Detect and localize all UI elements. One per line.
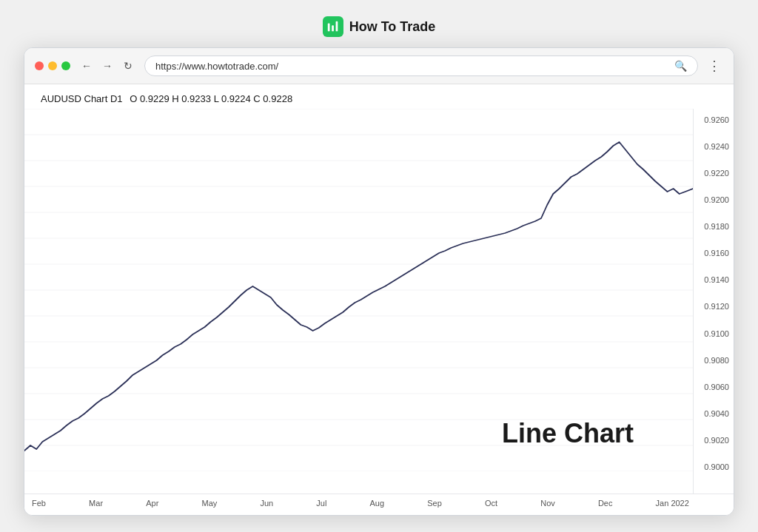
chart-title: AUDUSD Chart D1	[41, 93, 123, 104]
x-label-jul: Jul	[316, 499, 326, 508]
x-label-aug: Aug	[369, 499, 384, 508]
line-chart-svg	[24, 109, 693, 471]
y-label-3: 0.9220	[695, 169, 729, 178]
y-label-1: 0.9260	[695, 116, 729, 124]
y-label-11: 0.9060	[695, 383, 729, 391]
traffic-light-red[interactable]	[35, 61, 44, 70]
traffic-light-yellow[interactable]	[48, 61, 57, 70]
x-label-jun: Jun	[260, 499, 273, 508]
browser-chrome: ← → ↻ https://www.howtotrade.com/ 🔍 ⋮	[24, 48, 734, 84]
chart-container: AUDUSD Chart D1 O 0.9229 H 0.9233 L 0.92…	[24, 84, 734, 515]
traffic-lights	[35, 61, 70, 70]
x-label-apr: Apr	[146, 499, 158, 508]
chart-header: AUDUSD Chart D1 O 0.9229 H 0.9233 L 0.92…	[24, 84, 734, 109]
y-label-13: 0.9020	[695, 437, 729, 445]
logo-icon	[323, 16, 343, 37]
x-label-oct: Oct	[485, 499, 497, 508]
traffic-light-green[interactable]	[61, 61, 70, 70]
y-label-14: 0.9000	[695, 463, 729, 471]
forward-button[interactable]: →	[98, 57, 116, 75]
browser-window: ← → ↻ https://www.howtotrade.com/ 🔍 ⋮ AU…	[24, 47, 734, 516]
more-button[interactable]: ⋮	[705, 57, 723, 75]
chart-watermark: Line Chart	[502, 418, 634, 449]
back-button[interactable]: ←	[78, 57, 95, 75]
svg-rect-0	[327, 24, 329, 32]
nav-buttons: ← → ↻	[78, 57, 137, 75]
y-label-12: 0.9040	[695, 410, 729, 418]
y-label-4: 0.9200	[695, 196, 729, 204]
y-axis: 0.9260 0.9240 0.9220 0.9200 0.9180 0.916…	[693, 109, 734, 494]
x-label-dec: Dec	[598, 499, 613, 508]
top-bar: How To Trade	[323, 16, 436, 37]
chart-wrap: Line Chart 0.9260 0.9240 0.9220 0.9200 0…	[24, 109, 734, 494]
address-bar[interactable]: https://www.howtotrade.com/ 🔍	[144, 55, 698, 76]
y-label-2: 0.9240	[695, 143, 729, 151]
y-label-8: 0.9120	[695, 303, 729, 311]
chart-ohlc: O 0.9229 H 0.9233 L 0.9224 C 0.9228	[130, 93, 292, 104]
x-label-feb: Feb	[32, 499, 46, 508]
y-label-10: 0.9080	[695, 357, 729, 365]
svg-rect-1	[332, 25, 334, 31]
x-label-jan2022: Jan 2022	[656, 499, 689, 508]
x-axis: Feb Mar Apr May Jun Jul Aug Sep Oct Nov …	[24, 494, 734, 515]
svg-rect-2	[335, 21, 338, 32]
url-text: https://www.howtotrade.com/	[155, 61, 278, 72]
x-label-mar: Mar	[89, 499, 103, 508]
x-label-may: May	[201, 499, 217, 508]
y-label-6: 0.9160	[695, 249, 729, 257]
y-label-7: 0.9140	[695, 276, 729, 284]
x-label-nov: Nov	[540, 499, 555, 508]
y-label-9: 0.9100	[695, 330, 729, 338]
site-title: How To Trade	[349, 19, 436, 35]
y-label-5: 0.9180	[695, 223, 729, 231]
search-icon: 🔍	[674, 60, 687, 72]
x-label-sep: Sep	[427, 499, 442, 508]
chart-svg-area: Line Chart	[24, 109, 693, 494]
refresh-button[interactable]: ↻	[119, 57, 137, 75]
